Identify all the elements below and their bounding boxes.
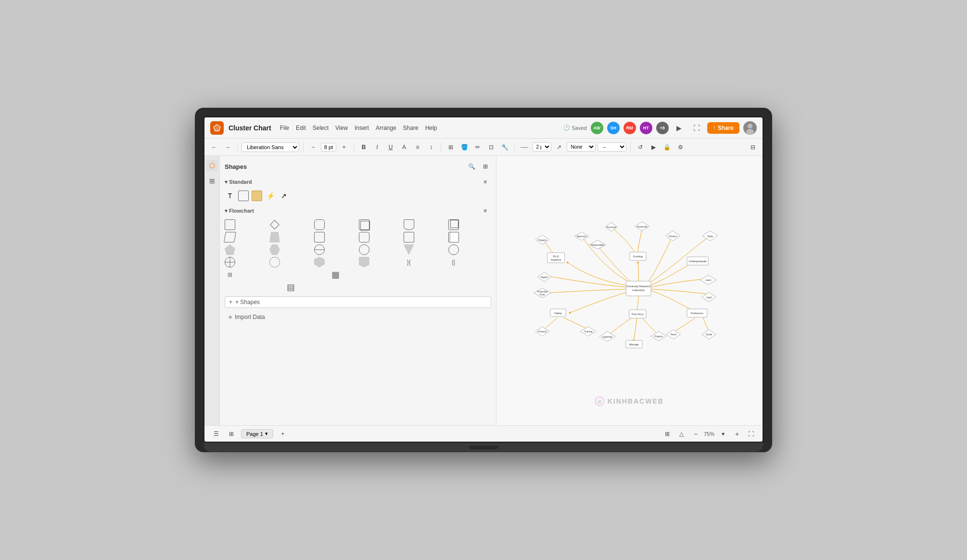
fc-parallelogram[interactable]: [224, 232, 236, 242]
grid-shapes-button[interactable]: ⊞: [480, 161, 491, 172]
shape-button[interactable]: ⊞: [445, 141, 457, 153]
text-shape[interactable]: T: [225, 191, 235, 201]
menu-help[interactable]: Help: [425, 125, 437, 131]
fc-brackets[interactable]: }{: [404, 257, 414, 267]
fc-rect6[interactable]: [448, 232, 459, 242]
fc-doc[interactable]: [404, 219, 414, 230]
font-family-select[interactable]: Liberation Sans: [242, 142, 299, 152]
fc-rounded-rect[interactable]: [314, 219, 325, 230]
fc-rect2[interactable]: [448, 219, 459, 230]
search-shapes-button[interactable]: 🔍: [466, 161, 478, 172]
standard-label: ▾ Standard: [225, 179, 252, 185]
zoom-out-button[interactable]: −: [690, 429, 701, 439]
close-flowchart-button[interactable]: ×: [480, 205, 491, 216]
flowchart-shapes-grid: }{ {| ⊞ ▦ ▤: [225, 219, 491, 293]
fill-rect-shape[interactable]: [252, 191, 262, 201]
fc-rect3[interactable]: [314, 232, 325, 242]
standard-section-header: ▾ Standard ×: [225, 176, 491, 188]
fc-shield2[interactable]: [359, 257, 369, 267]
menu-edit[interactable]: Edit: [296, 125, 306, 131]
text-direction-button[interactable]: ↕: [425, 141, 437, 153]
menu-select[interactable]: Select: [313, 125, 329, 131]
settings-button[interactable]: ⚙: [675, 141, 687, 153]
fc-braces[interactable]: {|: [448, 257, 459, 267]
arrow-end-select[interactable]: →: [598, 142, 626, 152]
undo-button[interactable]: ←: [208, 141, 220, 153]
fc-rect4[interactable]: [359, 232, 369, 242]
fc-plus[interactable]: [225, 257, 235, 267]
shapes-icon[interactable]: ⬡: [206, 160, 218, 171]
fc-rect7[interactable]: [359, 244, 369, 255]
italic-button[interactable]: I: [371, 141, 383, 153]
svg-text:Guide: Guide: [706, 333, 712, 336]
fc-table2[interactable]: ▤: [225, 282, 357, 293]
fit-page-button[interactable]: ⛶: [745, 428, 757, 440]
layers-button[interactable]: ⊞: [662, 428, 673, 440]
add-page-button[interactable]: +: [277, 428, 289, 440]
menu-insert[interactable]: Insert: [355, 125, 369, 131]
page-tab[interactable]: Page 1 ▾: [241, 429, 273, 438]
list-view-button[interactable]: ☰: [210, 428, 222, 440]
redo-button[interactable]: →: [222, 141, 233, 153]
font-color-button[interactable]: A: [398, 141, 410, 153]
fc-rect5[interactable]: [404, 232, 414, 242]
fc-shield[interactable]: [314, 257, 325, 267]
fc-rect[interactable]: [225, 219, 235, 230]
fc-trapezoid[interactable]: [269, 232, 280, 242]
fc-circle-x[interactable]: [314, 244, 325, 255]
fill-button[interactable]: 🪣: [458, 141, 470, 153]
fc-circle2[interactable]: [448, 244, 459, 255]
start-button[interactable]: ▶: [648, 141, 660, 153]
canvas-area[interactable]: University Research Laboratory Funding A…: [496, 156, 763, 425]
zoom-controls: ⊞ △ − 75% ▾ + ⛶: [662, 428, 757, 440]
menu-view[interactable]: View: [335, 125, 348, 131]
lock-button[interactable]: 🔒: [662, 141, 673, 153]
fc-pentagon[interactable]: [225, 244, 235, 255]
font-size-input[interactable]: [321, 143, 336, 152]
undo2-button[interactable]: ↺: [635, 141, 646, 153]
share-button[interactable]: ↑ Share: [707, 122, 739, 134]
fc-double-rect[interactable]: [359, 219, 369, 230]
add-shapes-button[interactable]: + + Shapes: [225, 296, 491, 308]
underline-button[interactable]: U: [385, 141, 396, 153]
sidebar-icon-bar: ⬡ ⊞: [204, 156, 220, 425]
arrow-start-select[interactable]: None: [567, 142, 596, 152]
svg-text:Projects: Projects: [654, 335, 663, 338]
fc-diamond[interactable]: [269, 219, 280, 230]
layers-icon[interactable]: ⊞: [206, 175, 218, 187]
toolbar-separator-4: [441, 142, 441, 152]
present-button[interactable]: ▶: [673, 121, 686, 135]
grid-view-button[interactable]: ⊞: [226, 428, 237, 440]
fc-x[interactable]: [269, 257, 280, 267]
pen-button[interactable]: ✏: [472, 141, 484, 153]
align-button[interactable]: ≡: [412, 141, 423, 153]
laptop-notch: [469, 445, 498, 449]
panel-toggle-button[interactable]: ⊟: [747, 141, 759, 153]
laptop-frame: Cluster Chart File Edit Select View Inse…: [195, 108, 772, 452]
bold-button[interactable]: B: [358, 141, 369, 153]
fc-lines[interactable]: ⊞: [225, 269, 235, 280]
wrench-button[interactable]: 🔧: [499, 141, 510, 153]
close-standard-button[interactable]: ×: [480, 176, 491, 188]
menu-share[interactable]: Share: [403, 125, 419, 131]
fc-hex[interactable]: [269, 244, 280, 255]
line-width-select[interactable]: 2 px: [532, 142, 551, 152]
extra-btn[interactable]: ⊡: [485, 141, 497, 153]
zoom-dropdown-button[interactable]: ▾: [717, 428, 729, 440]
fc-triangle-down[interactable]: [404, 244, 414, 255]
menu-arrange[interactable]: Arrange: [376, 125, 396, 131]
lightning-shape[interactable]: ⚡: [265, 191, 276, 201]
menu-file[interactable]: File: [280, 125, 289, 131]
import-data-button[interactable]: ⎆ Import Data: [225, 310, 491, 324]
shapes-toggle-button[interactable]: △: [676, 428, 687, 440]
fc-table1[interactable]: ▦: [269, 269, 402, 280]
page-tab-chevron: ▾: [265, 431, 268, 437]
font-size-increase[interactable]: +: [338, 141, 350, 153]
font-size-decrease[interactable]: −: [307, 141, 319, 153]
fullscreen-button[interactable]: ⛶: [690, 121, 703, 135]
rect-shape[interactable]: [238, 191, 249, 201]
connection-start-button[interactable]: ↗: [553, 141, 565, 153]
arrow-shape[interactable]: ↗: [279, 191, 289, 201]
zoom-in-button[interactable]: +: [732, 429, 742, 439]
user-avatar[interactable]: [743, 121, 757, 135]
